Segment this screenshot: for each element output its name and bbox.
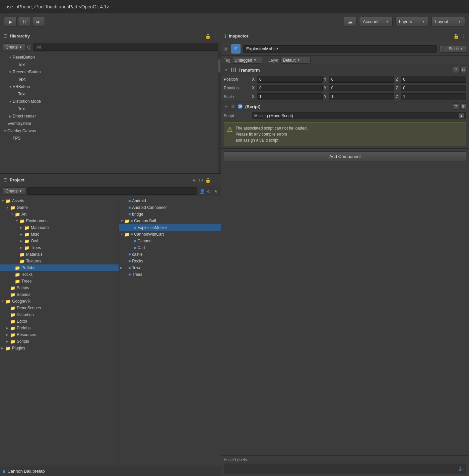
tag-select[interactable]: Untagged ▼ <box>232 57 262 64</box>
hierarchy-scrollbar[interactable] <box>218 52 221 173</box>
project-file-item[interactable]: ▶■Tower <box>119 264 221 271</box>
hierarchy-search-input[interactable] <box>34 44 218 51</box>
project-file-item[interactable]: ■Android Cannoneer <box>119 204 221 211</box>
project-tree-item[interactable]: 📁Distortion <box>0 311 119 318</box>
hierarchy-tree-item[interactable]: Text <box>0 76 221 83</box>
project-tree-item[interactable]: ▶📁Owl <box>0 238 119 244</box>
hierarchy-tree-item[interactable]: Text <box>0 105 221 112</box>
script-field-row: Script Missing (Mono Script) ● <box>221 111 469 120</box>
account-dropdown-arrow: ▼ <box>386 20 389 23</box>
script-gear-btn[interactable]: ⚙ <box>460 103 466 109</box>
inspector-lock-icon[interactable]: 🔒 <box>453 33 459 39</box>
project-file-item[interactable]: ■Rocks <box>119 258 221 264</box>
title-bar-text: nse - iPhone, iPod Touch and iPad <OpenG… <box>5 4 110 9</box>
script-help-btn[interactable]: ? <box>453 103 459 109</box>
project-tree-item[interactable]: ▼📁Environment <box>0 218 119 224</box>
hierarchy-tree-item[interactable]: FPS <box>0 135 221 142</box>
project-options-icon[interactable]: ⋮ <box>213 177 217 183</box>
project-tree-item[interactable]: 📁Materials <box>0 251 119 258</box>
project-create-button[interactable]: Create ▼ <box>3 187 25 195</box>
project-tree-item[interactable]: ▶📁Plugins <box>0 345 119 351</box>
hierarchy-tree-item[interactable]: ▼Overlay Canvas <box>0 127 221 135</box>
project-file-item[interactable]: ■Trees <box>119 271 221 278</box>
hierarchy-tree-item[interactable]: ▼ResetButton <box>0 54 221 61</box>
project-tree-item[interactable]: 📁Sounds <box>0 291 119 298</box>
project-file-item[interactable]: ■Cannon <box>119 238 221 244</box>
project-file-item[interactable]: ▼📁■CannonWithCart <box>119 231 221 238</box>
project-file-item[interactable]: ■Android <box>119 197 221 204</box>
object-name-input[interactable] <box>243 45 437 53</box>
project-tree-item[interactable]: ▶📁Scripts <box>0 338 119 345</box>
hierarchy-create-button[interactable]: Create ▼ <box>3 44 25 51</box>
rotation-z-input[interactable] <box>401 85 466 91</box>
position-z-field: Z <box>396 76 466 83</box>
cloud-button[interactable]: ☁ <box>344 17 356 27</box>
position-x-input[interactable] <box>257 76 323 83</box>
project-file-item[interactable]: ■ExplosionMobile <box>119 224 221 231</box>
position-y-input[interactable] <box>329 76 395 83</box>
project-tree-item[interactable]: 📁Scripts <box>0 285 119 291</box>
step-button[interactable]: ⏭ <box>32 17 45 27</box>
project-tree-item[interactable]: 📁Prefabs <box>0 264 119 271</box>
static-button[interactable]: Static ▼ <box>440 45 466 53</box>
project-tree-item[interactable]: ▼📁GoogleVR <box>0 298 119 305</box>
project-search-input[interactable] <box>27 187 197 195</box>
layers-dropdown[interactable]: Layers ▼ <box>395 17 429 27</box>
project-file-item[interactable]: ■castle <box>119 251 221 258</box>
project-tree-item[interactable]: ▶📁Manmade <box>0 224 119 231</box>
project-file-item[interactable]: ▼📁■Cannon Ball <box>119 218 221 224</box>
hierarchy-tree-item[interactable]: Text <box>0 61 221 68</box>
project-tree-item[interactable]: 📁Textures <box>0 258 119 264</box>
script-warning-box: ⚠ The associated script can not be loade… <box>224 122 466 146</box>
project-tag-icon[interactable]: 🏷 <box>198 177 203 183</box>
asset-labels-tag-icon[interactable]: 🏷 <box>459 465 465 472</box>
hierarchy-tree-item[interactable]: ▶Direct render <box>0 112 221 120</box>
scale-y-input[interactable] <box>329 93 395 100</box>
script-header[interactable]: ▼ C# (Script) ? ⚙ <box>221 101 469 111</box>
hierarchy-tree-item[interactable]: ▼Distortion Mode <box>0 98 221 105</box>
hierarchy-lock-icon[interactable]: 🔒 <box>205 33 211 39</box>
project-tree-item[interactable]: ▼📁Game <box>0 204 119 211</box>
project-file-item[interactable]: ■Cart <box>119 244 221 251</box>
scale-z-input[interactable] <box>401 93 466 100</box>
layout-dropdown[interactable]: Layout ▼ <box>431 17 465 27</box>
hierarchy-tree-item[interactable]: EventSystem <box>0 120 221 127</box>
project-tree-item[interactable]: ▼📁Assets <box>0 197 119 204</box>
inspector-options-icon[interactable]: ⋮ <box>461 33 466 39</box>
hierarchy-tree-item[interactable]: ▼VRButton <box>0 83 221 90</box>
project-lock-icon[interactable]: 🔒 <box>205 177 211 183</box>
project-file-item[interactable]: ■bridge <box>119 211 221 218</box>
object-active-checkbox[interactable] <box>224 47 228 51</box>
add-component-button[interactable]: Add Component <box>224 151 466 161</box>
project-tree-item[interactable]: ▼📁Art <box>0 211 119 218</box>
transform-gear-btn[interactable]: ⚙ <box>460 67 466 73</box>
account-dropdown[interactable]: Account ▼ <box>359 17 393 27</box>
project-tree-item[interactable]: 📁Trees <box>0 278 119 285</box>
project-search-bar: Create ▼ 👤 🏷 ★ <box>0 186 221 196</box>
rotation-y-input[interactable] <box>329 85 395 91</box>
script-enabled-checkbox[interactable] <box>230 104 235 109</box>
script-select-btn[interactable]: ● <box>459 113 464 118</box>
position-z-input[interactable] <box>401 76 466 83</box>
hierarchy-options-icon[interactable]: ⋮ <box>213 33 217 39</box>
project-tree-item[interactable]: 📁DemoScenes <box>0 305 119 311</box>
transform-help-btn[interactable]: ? <box>453 67 459 73</box>
position-label: Position <box>224 77 251 82</box>
project-star-icon[interactable]: ★ <box>192 177 196 183</box>
static-checkbox[interactable] <box>443 47 447 51</box>
project-tree-item[interactable]: ▶📁Misc <box>0 231 119 238</box>
layer-select[interactable]: Default ▼ <box>280 57 311 64</box>
rotation-y-axis: Y <box>324 86 328 90</box>
project-tree-item[interactable]: ▶📁Prefabs <box>0 325 119 331</box>
transform-header[interactable]: ▼ Transform ? ⚙ <box>221 65 469 75</box>
project-tree-item[interactable]: ▶📁Resources <box>0 331 119 338</box>
hierarchy-tree-item[interactable]: Text <box>0 90 221 98</box>
project-tree-item[interactable]: 📁Rocks <box>0 271 119 278</box>
pause-button[interactable]: ⏸ <box>18 17 31 27</box>
project-tree-item[interactable]: 📁Editor <box>0 318 119 325</box>
scale-x-input[interactable] <box>257 93 323 100</box>
rotation-x-input[interactable] <box>257 85 323 91</box>
hierarchy-tree-item[interactable]: ▼RecenterButton <box>0 68 221 76</box>
play-button[interactable]: ▶ <box>4 17 17 27</box>
project-tree-item[interactable]: ▶📁Trees <box>0 244 119 251</box>
